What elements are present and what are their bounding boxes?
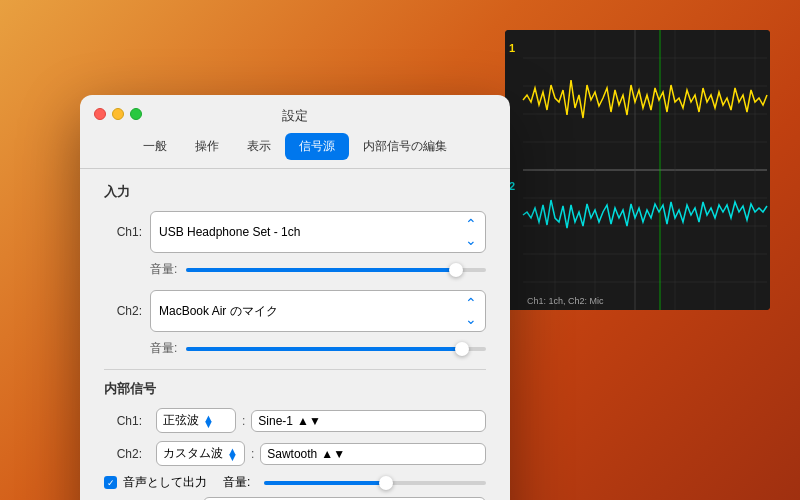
ch2-device-row: Ch2: MacBook Air のマイク ⌃⌄ [104,290,486,332]
internal-ch1-wave-type-select[interactable]: 正弦波 ▲▼ [156,408,236,433]
output-volume-slider[interactable] [264,481,486,485]
internal-ch2-wave-name-value: Sawtooth [267,447,317,461]
tab-operation[interactable]: 操作 [181,133,233,160]
ch2-device-chevron-icon: ⌃⌄ [465,295,477,327]
traffic-lights [94,108,142,120]
titlebar: 設定 [80,95,510,133]
colon1: : [242,414,245,428]
internal-ch2-wave-type-chevron-icon: ▲▼ [227,448,238,460]
internal-ch2-wave-type-select[interactable]: カスタム波 ▲▼ [156,441,245,466]
svg-text:Ch1: 1ch, Ch2: Mic: Ch1: 1ch, Ch2: Mic [527,296,604,306]
ch2-volume-label: 音量: [150,340,178,357]
internal-ch1-wave-type-value: 正弦波 [163,412,199,429]
internal-ch1-wave-name-select[interactable]: Sine-1 ▲▼ [251,410,486,432]
ch1-volume-slider[interactable] [186,268,486,272]
tab-source[interactable]: 信号源 [285,133,349,160]
internal-ch2-wave-name-select[interactable]: Sawtooth ▲▼ [260,443,486,465]
ch1-device-select[interactable]: USB Headphone Set - 1ch ⌃⌄ [150,211,486,253]
tab-display[interactable]: 表示 [233,133,285,160]
ch2-label: Ch2: [104,304,142,318]
output-audio-label: 音声として出力 [123,474,207,491]
ch1-volume-row: 音量: [150,261,486,278]
volume-label: 音量: [223,474,250,491]
tab-general[interactable]: 一般 [129,133,181,160]
close-button[interactable] [94,108,106,120]
internal-ch1-wave-type-chevron-icon: ▲▼ [203,415,214,427]
settings-window: 設定 一般 操作 表示 信号源 内部信号の編集 入力 Ch1: USB Head… [80,95,510,500]
internal-ch2-wave-name-chevron-icon: ▲▼ [321,447,345,461]
ch2-device-value: MacBook Air のマイク [159,303,278,320]
colon2: : [251,447,254,461]
oscilloscope-panel: 1 2 Ch1: 1ch, Ch2: Mic [505,30,770,310]
internal-ch2-wave-type-value: カスタム波 [163,445,223,462]
internal-section: 内部信号 Ch1: 正弦波 ▲▼ : Sine-1 ▲▼ Ch2: カスタム波 [104,380,486,500]
output-audio-checkbox[interactable]: ✓ [104,476,117,489]
ch1-device-row: Ch1: USB Headphone Set - 1ch ⌃⌄ [104,211,486,253]
internal-ch2-label: Ch2: [104,447,142,461]
input-section-label: 入力 [104,183,486,201]
internal-ch1-row: Ch1: 正弦波 ▲▼ : Sine-1 ▲▼ [104,408,486,433]
divider [104,369,486,370]
ch1-device-value: USB Headphone Set - 1ch [159,225,300,239]
content-area: 入力 Ch1: USB Headphone Set - 1ch ⌃⌄ 音量: C… [80,169,510,500]
ch1-volume-label: 音量: [150,261,178,278]
internal-ch1-wave-name-value: Sine-1 [258,414,293,428]
ch1-label: Ch1: [104,225,142,239]
window-title: 設定 [282,107,308,125]
svg-text:1: 1 [509,42,515,54]
minimize-button[interactable] [112,108,124,120]
output-audio-row: ✓ 音声として出力 音量: [104,474,486,491]
maximize-button[interactable] [130,108,142,120]
internal-section-label: 内部信号 [104,380,486,398]
internal-ch1-label: Ch1: [104,414,142,428]
ch1-device-chevron-icon: ⌃⌄ [465,216,477,248]
ch2-volume-row: 音量: [150,340,486,357]
ch2-device-select[interactable]: MacBook Air のマイク ⌃⌄ [150,290,486,332]
ch2-volume-slider[interactable] [186,347,486,351]
tab-internal-edit[interactable]: 内部信号の編集 [349,133,461,160]
internal-ch2-row: Ch2: カスタム波 ▲▼ : Sawtooth ▲▼ [104,441,486,466]
internal-ch1-wave-name-chevron-icon: ▲▼ [297,414,321,428]
tabs-bar: 一般 操作 表示 信号源 内部信号の編集 [80,133,510,169]
